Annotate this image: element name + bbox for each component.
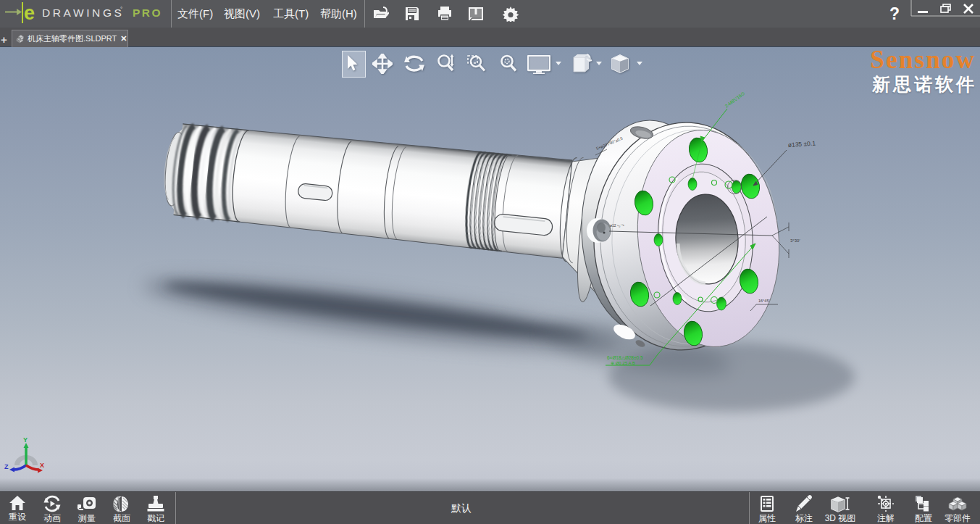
svg-text:Y: Y <box>23 436 28 444</box>
svg-text:°: ° <box>120 6 122 12</box>
svg-text:16°45′: 16°45′ <box>758 299 769 303</box>
svg-text:X: X <box>40 462 44 469</box>
svg-text:3°30′: 3°30′ <box>790 238 800 243</box>
svg-text:ø12 ⁹₀⁺⁽¹: ø12 ⁹₀⁺⁽¹ <box>610 223 624 228</box>
svg-text:PRO: PRO <box>133 7 162 19</box>
svg-text:Z: Z <box>4 463 9 470</box>
svg-text:?: ? <box>889 4 900 23</box>
svg-text:ø135 ±0.1: ø135 ±0.1 <box>787 139 816 149</box>
svg-text:e: e <box>24 2 35 24</box>
svg-text:6×Ø18△Ø28±0.5: 6×Ø18△Ø28±0.5 <box>607 355 643 360</box>
svg-text:⊕ Ø0.25 A B: ⊕ Ø0.25 A B <box>611 361 635 365</box>
svg-text:DRAWINGS: DRAWINGS <box>42 7 124 19</box>
svg-text:2-M8▽16⊙: 2-M8▽16⊙ <box>724 91 745 109</box>
